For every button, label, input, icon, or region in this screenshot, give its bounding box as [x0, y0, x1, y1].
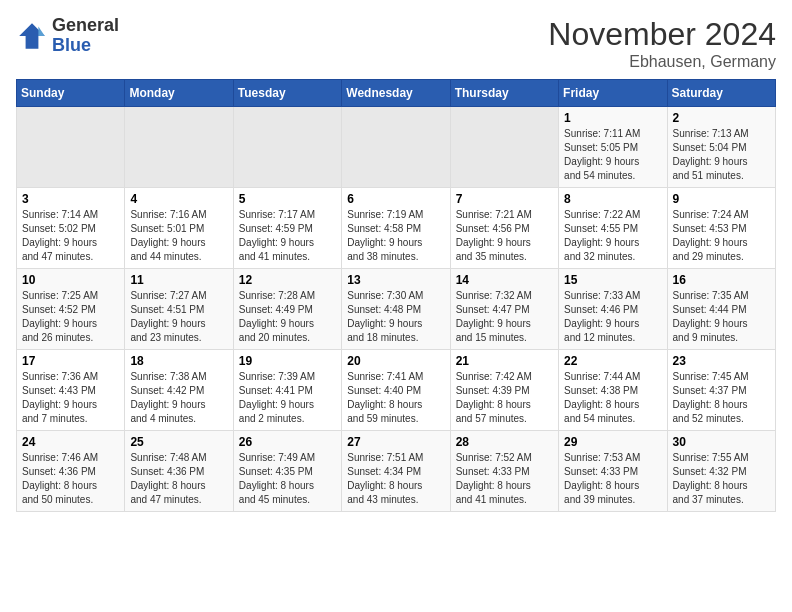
day-info: Sunrise: 7:19 AMSunset: 4:58 PMDaylight:…	[347, 208, 444, 264]
day-info: Sunrise: 7:14 AMSunset: 5:02 PMDaylight:…	[22, 208, 119, 264]
calendar-cell: 23Sunrise: 7:45 AMSunset: 4:37 PMDayligh…	[667, 350, 775, 431]
calendar-cell	[342, 107, 450, 188]
calendar-cell: 26Sunrise: 7:49 AMSunset: 4:35 PMDayligh…	[233, 431, 341, 512]
calendar-week-5: 24Sunrise: 7:46 AMSunset: 4:36 PMDayligh…	[17, 431, 776, 512]
day-info: Sunrise: 7:32 AMSunset: 4:47 PMDaylight:…	[456, 289, 553, 345]
calendar-cell: 19Sunrise: 7:39 AMSunset: 4:41 PMDayligh…	[233, 350, 341, 431]
day-info: Sunrise: 7:28 AMSunset: 4:49 PMDaylight:…	[239, 289, 336, 345]
day-number: 28	[456, 435, 553, 449]
day-number: 7	[456, 192, 553, 206]
calendar-cell: 8Sunrise: 7:22 AMSunset: 4:55 PMDaylight…	[559, 188, 667, 269]
day-number: 4	[130, 192, 227, 206]
day-info: Sunrise: 7:46 AMSunset: 4:36 PMDaylight:…	[22, 451, 119, 507]
calendar-cell: 22Sunrise: 7:44 AMSunset: 4:38 PMDayligh…	[559, 350, 667, 431]
day-number: 8	[564, 192, 661, 206]
calendar-cell: 4Sunrise: 7:16 AMSunset: 5:01 PMDaylight…	[125, 188, 233, 269]
calendar-cell: 16Sunrise: 7:35 AMSunset: 4:44 PMDayligh…	[667, 269, 775, 350]
calendar-cell: 13Sunrise: 7:30 AMSunset: 4:48 PMDayligh…	[342, 269, 450, 350]
calendar-week-3: 10Sunrise: 7:25 AMSunset: 4:52 PMDayligh…	[17, 269, 776, 350]
calendar-cell: 5Sunrise: 7:17 AMSunset: 4:59 PMDaylight…	[233, 188, 341, 269]
calendar-cell: 29Sunrise: 7:53 AMSunset: 4:33 PMDayligh…	[559, 431, 667, 512]
calendar-cell: 3Sunrise: 7:14 AMSunset: 5:02 PMDaylight…	[17, 188, 125, 269]
calendar-cell: 24Sunrise: 7:46 AMSunset: 4:36 PMDayligh…	[17, 431, 125, 512]
calendar-body: 1Sunrise: 7:11 AMSunset: 5:05 PMDaylight…	[17, 107, 776, 512]
day-info: Sunrise: 7:33 AMSunset: 4:46 PMDaylight:…	[564, 289, 661, 345]
day-info: Sunrise: 7:52 AMSunset: 4:33 PMDaylight:…	[456, 451, 553, 507]
day-number: 6	[347, 192, 444, 206]
day-info: Sunrise: 7:17 AMSunset: 4:59 PMDaylight:…	[239, 208, 336, 264]
header-wednesday: Wednesday	[342, 80, 450, 107]
day-number: 27	[347, 435, 444, 449]
day-number: 12	[239, 273, 336, 287]
calendar-cell	[233, 107, 341, 188]
month-title: November 2024	[548, 16, 776, 53]
calendar-cell: 15Sunrise: 7:33 AMSunset: 4:46 PMDayligh…	[559, 269, 667, 350]
day-info: Sunrise: 7:11 AMSunset: 5:05 PMDaylight:…	[564, 127, 661, 183]
weekday-header-row: Sunday Monday Tuesday Wednesday Thursday…	[17, 80, 776, 107]
calendar-cell	[17, 107, 125, 188]
logo: General Blue	[16, 16, 119, 56]
day-number: 9	[673, 192, 770, 206]
day-number: 11	[130, 273, 227, 287]
location: Ebhausen, Germany	[548, 53, 776, 71]
calendar-week-2: 3Sunrise: 7:14 AMSunset: 5:02 PMDaylight…	[17, 188, 776, 269]
day-info: Sunrise: 7:13 AMSunset: 5:04 PMDaylight:…	[673, 127, 770, 183]
calendar-cell: 10Sunrise: 7:25 AMSunset: 4:52 PMDayligh…	[17, 269, 125, 350]
day-number: 1	[564, 111, 661, 125]
logo-blue: Blue	[52, 36, 119, 56]
day-number: 18	[130, 354, 227, 368]
calendar-cell: 12Sunrise: 7:28 AMSunset: 4:49 PMDayligh…	[233, 269, 341, 350]
day-info: Sunrise: 7:53 AMSunset: 4:33 PMDaylight:…	[564, 451, 661, 507]
calendar-cell	[450, 107, 558, 188]
day-info: Sunrise: 7:48 AMSunset: 4:36 PMDaylight:…	[130, 451, 227, 507]
day-info: Sunrise: 7:51 AMSunset: 4:34 PMDaylight:…	[347, 451, 444, 507]
header-sunday: Sunday	[17, 80, 125, 107]
day-info: Sunrise: 7:45 AMSunset: 4:37 PMDaylight:…	[673, 370, 770, 426]
day-info: Sunrise: 7:30 AMSunset: 4:48 PMDaylight:…	[347, 289, 444, 345]
calendar-cell: 28Sunrise: 7:52 AMSunset: 4:33 PMDayligh…	[450, 431, 558, 512]
day-info: Sunrise: 7:38 AMSunset: 4:42 PMDaylight:…	[130, 370, 227, 426]
day-info: Sunrise: 7:36 AMSunset: 4:43 PMDaylight:…	[22, 370, 119, 426]
calendar-table: Sunday Monday Tuesday Wednesday Thursday…	[16, 79, 776, 512]
day-number: 10	[22, 273, 119, 287]
day-info: Sunrise: 7:42 AMSunset: 4:39 PMDaylight:…	[456, 370, 553, 426]
calendar-cell: 30Sunrise: 7:55 AMSunset: 4:32 PMDayligh…	[667, 431, 775, 512]
day-info: Sunrise: 7:21 AMSunset: 4:56 PMDaylight:…	[456, 208, 553, 264]
calendar-cell: 2Sunrise: 7:13 AMSunset: 5:04 PMDaylight…	[667, 107, 775, 188]
day-info: Sunrise: 7:25 AMSunset: 4:52 PMDaylight:…	[22, 289, 119, 345]
day-number: 30	[673, 435, 770, 449]
calendar-cell: 17Sunrise: 7:36 AMSunset: 4:43 PMDayligh…	[17, 350, 125, 431]
calendar-cell: 6Sunrise: 7:19 AMSunset: 4:58 PMDaylight…	[342, 188, 450, 269]
day-info: Sunrise: 7:49 AMSunset: 4:35 PMDaylight:…	[239, 451, 336, 507]
day-number: 17	[22, 354, 119, 368]
day-info: Sunrise: 7:44 AMSunset: 4:38 PMDaylight:…	[564, 370, 661, 426]
logo-icon	[16, 20, 48, 52]
day-info: Sunrise: 7:16 AMSunset: 5:01 PMDaylight:…	[130, 208, 227, 264]
day-number: 29	[564, 435, 661, 449]
header-thursday: Thursday	[450, 80, 558, 107]
header-friday: Friday	[559, 80, 667, 107]
page-header: General Blue November 2024 Ebhausen, Ger…	[16, 16, 776, 71]
calendar-cell	[125, 107, 233, 188]
day-number: 13	[347, 273, 444, 287]
calendar-cell: 25Sunrise: 7:48 AMSunset: 4:36 PMDayligh…	[125, 431, 233, 512]
calendar-cell: 9Sunrise: 7:24 AMSunset: 4:53 PMDaylight…	[667, 188, 775, 269]
day-number: 23	[673, 354, 770, 368]
day-number: 24	[22, 435, 119, 449]
day-info: Sunrise: 7:27 AMSunset: 4:51 PMDaylight:…	[130, 289, 227, 345]
svg-marker-1	[38, 26, 44, 36]
calendar-week-4: 17Sunrise: 7:36 AMSunset: 4:43 PMDayligh…	[17, 350, 776, 431]
header-saturday: Saturday	[667, 80, 775, 107]
logo-text: General Blue	[52, 16, 119, 56]
day-number: 5	[239, 192, 336, 206]
logo-general: General	[52, 16, 119, 36]
calendar-cell: 27Sunrise: 7:51 AMSunset: 4:34 PMDayligh…	[342, 431, 450, 512]
day-number: 26	[239, 435, 336, 449]
title-block: November 2024 Ebhausen, Germany	[548, 16, 776, 71]
header-monday: Monday	[125, 80, 233, 107]
day-number: 19	[239, 354, 336, 368]
day-number: 2	[673, 111, 770, 125]
header-tuesday: Tuesday	[233, 80, 341, 107]
calendar-header: Sunday Monday Tuesday Wednesday Thursday…	[17, 80, 776, 107]
day-number: 16	[673, 273, 770, 287]
